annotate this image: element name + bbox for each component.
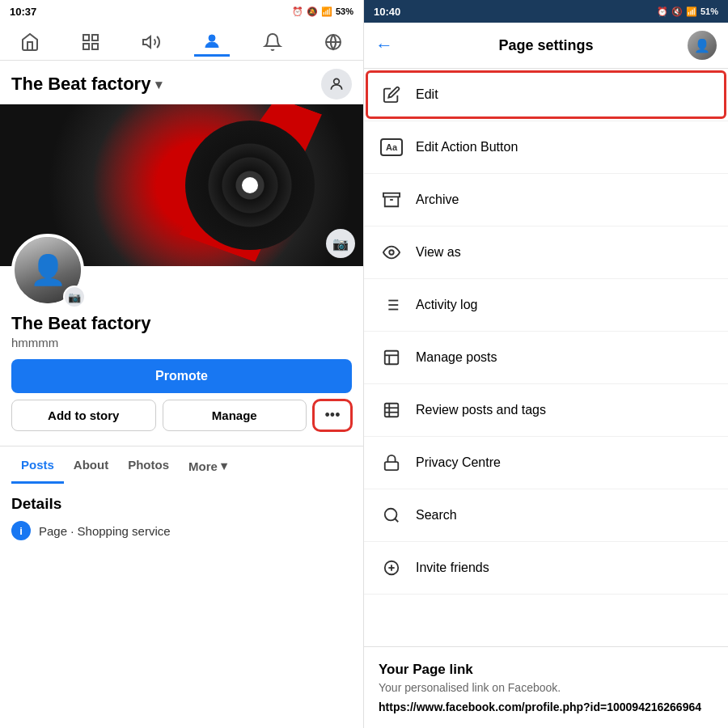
more-options-button[interactable]: •••: [313, 400, 352, 431]
edit-icon: [379, 82, 404, 108]
page-link-title: Your Page link: [379, 662, 713, 678]
status-icons-left: ⏰ 🔕 📶 53%: [292, 6, 353, 17]
svg-point-25: [385, 509, 397, 521]
edit-action-button-icon: Aa: [379, 134, 404, 160]
mute-icon: 🔕: [307, 6, 318, 17]
nav-megaphone[interactable]: [133, 28, 169, 57]
page-header: The Beat factory ▾: [0, 61, 363, 104]
page-link-subtitle: Your personalised link on Facebook.: [379, 681, 713, 694]
svg-point-4: [209, 35, 215, 41]
activity-log-label: Activity log: [416, 298, 477, 312]
three-dots-icon: •••: [325, 407, 341, 424]
settings-item-invite-friends[interactable]: Invite friends: [364, 542, 728, 595]
edit-label: Edit: [416, 87, 438, 102]
battery-left: 53%: [336, 6, 353, 16]
search-icon: [379, 502, 404, 528]
svg-rect-17: [385, 351, 399, 365]
svg-rect-3: [83, 44, 89, 49]
action-row: Add to story Manage •••: [11, 400, 352, 431]
edit-action-button-label: Edit Action Button: [416, 140, 518, 154]
chevron-icon: ▾: [221, 459, 227, 473]
settings-item-manage-posts[interactable]: Manage posts: [364, 332, 728, 384]
invite-friends-label: Invite friends: [416, 561, 489, 575]
settings-item-review-posts-tags[interactable]: Review posts and tags: [364, 384, 728, 437]
view-as-icon: [379, 239, 404, 265]
privacy-centre-label: Privacy Centre: [416, 455, 501, 470]
manage-posts-label: Manage posts: [416, 350, 497, 365]
alarm-icon-right: ⏰: [657, 6, 668, 17]
wifi-icon-right: 📶: [686, 6, 697, 17]
more-label: More: [188, 459, 218, 473]
privacy-centre-icon: [379, 450, 404, 476]
activity-log-icon: [379, 292, 404, 318]
svg-rect-8: [383, 193, 400, 197]
tab-more[interactable]: More ▾: [179, 447, 237, 483]
tab-posts[interactable]: Posts: [11, 447, 64, 484]
view-as-label: View as: [416, 245, 461, 260]
svg-rect-0: [83, 35, 89, 40]
settings-list: Edit Aa Edit Action Button Archive View …: [364, 69, 728, 646]
page-subtitle: hmmmm: [11, 336, 352, 349]
page-link-section: Your Page link Your personalised link on…: [364, 646, 728, 728]
svg-rect-2: [92, 44, 98, 49]
avatar-camera-button[interactable]: 📷: [63, 286, 86, 308]
time-left: 10:37: [10, 6, 36, 18]
settings-item-search[interactable]: Search: [364, 489, 728, 542]
svg-rect-1: [92, 35, 98, 40]
review-posts-tags-label: Review posts and tags: [416, 403, 546, 417]
page-link-url[interactable]: https://www.facebook.com/profile.php?id=…: [379, 700, 713, 713]
vinyl-record: [185, 121, 315, 250]
chevron-down-icon: ▾: [155, 77, 162, 92]
details-section: Details i Page · Shopping service: [0, 484, 363, 552]
settings-item-edit-action-button[interactable]: Aa Edit Action Button: [364, 121, 728, 174]
mute-icon-right: 🔇: [671, 6, 683, 17]
svg-rect-20: [385, 404, 399, 417]
add-to-story-button[interactable]: Add to story: [11, 400, 156, 431]
time-right: 10:40: [374, 6, 400, 18]
back-button[interactable]: ←: [375, 35, 404, 56]
nav-home[interactable]: [12, 28, 48, 57]
svg-line-26: [395, 518, 398, 522]
info-icon: i: [11, 521, 31, 540]
archive-label: Archive: [416, 193, 459, 207]
profile-section: 👤 📷 The Beat factory hmmmm Promote Add t…: [0, 234, 363, 439]
wifi-icon: 📶: [321, 6, 332, 17]
page-title-header: The Beat factory ▾: [11, 74, 162, 95]
profile-icon-button[interactable]: [321, 69, 352, 99]
settings-avatar: 👤: [688, 31, 717, 60]
tab-about[interactable]: About: [64, 447, 118, 484]
status-bar-right: 10:40 ⏰ 🔇 📶 51%: [364, 0, 728, 23]
settings-item-activity-log[interactable]: Activity log: [364, 279, 728, 332]
review-posts-tags-icon: [379, 397, 404, 423]
nav-bar: [0, 23, 363, 61]
svg-point-7: [334, 78, 340, 84]
nav-profile[interactable]: [194, 28, 230, 57]
settings-item-privacy-centre[interactable]: Privacy Centre: [364, 437, 728, 489]
details-title: Details: [11, 495, 352, 513]
svg-rect-24: [385, 462, 399, 470]
settings-item-edit[interactable]: Edit: [364, 69, 728, 121]
promote-button[interactable]: Promote: [11, 359, 352, 393]
status-icons-right: ⏰ 🔇 📶 51%: [657, 6, 718, 17]
settings-item-archive[interactable]: Archive: [364, 174, 728, 226]
alarm-icon: ⏰: [292, 6, 303, 17]
page-settings-header: ← Page settings 👤: [364, 23, 728, 69]
battery-right: 51%: [700, 6, 718, 16]
invite-friends-icon: [379, 555, 404, 581]
nav-pages[interactable]: [73, 28, 108, 57]
left-panel: 10:37 ⏰ 🔕 📶 53% The Beat factor: [0, 0, 363, 728]
search-label: Search: [416, 508, 457, 523]
svg-point-10: [389, 250, 394, 255]
nav-bell[interactable]: [255, 28, 290, 57]
settings-item-view-as[interactable]: View as: [364, 226, 728, 279]
settings-title: Page settings: [413, 37, 679, 54]
manage-button[interactable]: Manage: [163, 400, 307, 431]
archive-icon: [379, 187, 404, 213]
nav-globe[interactable]: [315, 28, 351, 57]
manage-posts-icon: [379, 345, 404, 370]
details-page-type: Page · Shopping service: [39, 524, 171, 538]
tab-photos[interactable]: Photos: [118, 447, 179, 484]
status-bar-left: 10:37 ⏰ 🔕 📶 53%: [0, 0, 363, 23]
right-panel: 10:40 ⏰ 🔇 📶 51% ← Page settings 👤 Edit A…: [363, 0, 728, 728]
page-name: The Beat factory: [11, 313, 352, 334]
